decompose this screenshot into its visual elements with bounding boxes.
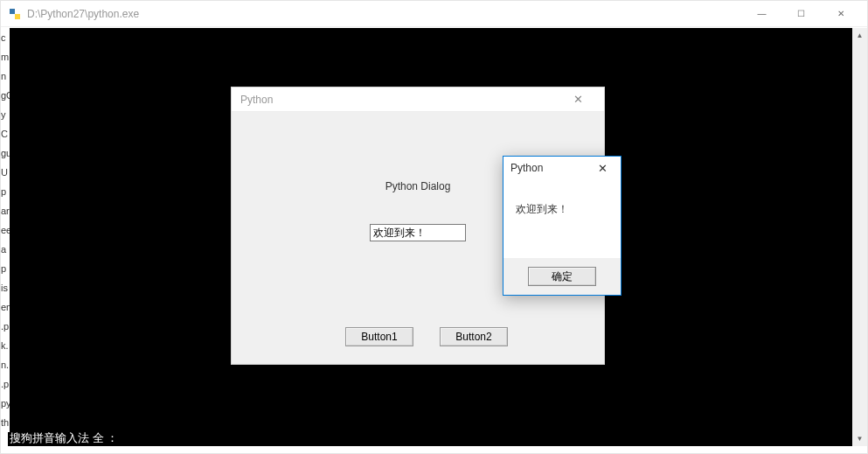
msgbox-footer: 确定 (503, 258, 621, 295)
vertical-scrollbar[interactable]: ▲ ▼ (852, 28, 867, 446)
msgbox-ok-button[interactable]: 确定 (528, 267, 596, 286)
frag: U (1, 163, 10, 182)
ime-status-bar: 搜狗拼音输入法 全 ： (1, 430, 127, 446)
frag: n. (1, 355, 10, 374)
frag: C (1, 124, 10, 143)
svg-rect-0 (10, 9, 15, 14)
frag: en (1, 297, 10, 317)
button2[interactable]: Button2 (440, 327, 508, 346)
svg-rect-1 (15, 14, 20, 19)
frag: is (1, 278, 10, 297)
window-title: D:\Python27\python.exe (27, 8, 742, 20)
frag: py (1, 394, 10, 413)
dialog-titlebar[interactable]: Python ✕ (232, 87, 604, 112)
frag: y (1, 105, 10, 124)
frag: c (1, 28, 10, 47)
message-box-window: Python ✕ 欢迎到来！ 确定 (503, 156, 621, 296)
frag: p (1, 259, 10, 278)
frag: gu (1, 143, 10, 163)
frag: p (1, 182, 10, 201)
msgbox-titlebar[interactable]: Python ✕ (503, 157, 621, 179)
dialog-close-button[interactable]: ✕ (560, 88, 595, 111)
msgbox-close-button[interactable]: ✕ (591, 157, 614, 178)
app-icon (8, 7, 22, 21)
dialog-title: Python (240, 94, 560, 106)
button1[interactable]: Button1 (345, 327, 413, 346)
frag: n (1, 66, 10, 86)
msgbox-title: Python (510, 162, 591, 174)
frag: gC (1, 86, 10, 105)
dialog-text-input[interactable] (370, 224, 466, 241)
frag: ar (1, 201, 10, 220)
close-button[interactable]: ✕ (821, 2, 860, 26)
dialog-label: Python Dialog (385, 180, 451, 192)
maximize-button[interactable]: ☐ (781, 2, 821, 26)
background-text-fragment: c m n gC y C gu U p ar ee a p is en .p k… (1, 28, 10, 432)
main-titlebar[interactable]: D:\Python27\python.exe — ☐ ✕ (1, 1, 867, 27)
frag: k. (1, 336, 10, 355)
scroll-up-arrow-icon[interactable]: ▲ (852, 28, 867, 43)
frag: .p (1, 374, 10, 394)
window-buttons: — ☐ ✕ (742, 2, 860, 26)
frag: .p (1, 317, 10, 336)
scroll-down-arrow-icon[interactable]: ▼ (852, 431, 867, 446)
frag: ee (1, 220, 10, 240)
frag: m (1, 47, 10, 66)
frag: a (1, 240, 10, 259)
minimize-button[interactable]: — (742, 2, 781, 26)
frag: thi (1, 413, 10, 432)
msgbox-message: 欢迎到来！ (503, 179, 621, 226)
